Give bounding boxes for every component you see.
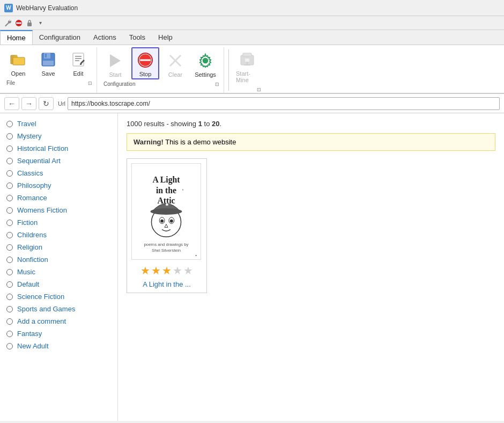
results-total: 1000 results - showing 1 to 20. <box>127 120 221 128</box>
category-link[interactable]: Philosophy <box>17 181 51 189</box>
quick-dropdown-icon[interactable]: ▾ <box>35 18 45 28</box>
category-item[interactable]: Add a comment <box>0 315 117 327</box>
category-item[interactable]: Sequential Art <box>0 155 117 167</box>
book-cover: A Light in the ° Attic <box>131 163 201 260</box>
star-1: ★ <box>140 264 150 277</box>
category-item[interactable]: Fantasy <box>0 327 117 340</box>
category-link[interactable]: Fantasy <box>17 330 42 338</box>
category-bullet <box>6 294 13 300</box>
forward-button[interactable]: → <box>21 97 36 110</box>
address-bar: ← → ↻ Url <box>0 94 504 113</box>
category-link[interactable]: Mystery <box>17 132 42 140</box>
category-item[interactable]: Philosophy <box>0 179 117 192</box>
category-link[interactable]: Historical Fiction <box>17 144 68 152</box>
stop-button[interactable]: Stop <box>131 47 159 79</box>
category-item[interactable]: Childrens <box>0 229 117 241</box>
quick-wrench-icon[interactable] <box>3 18 13 28</box>
menu-help[interactable]: Help <box>152 30 179 45</box>
category-bullet <box>6 306 13 312</box>
category-link[interactable]: Sequential Art <box>17 157 61 165</box>
category-link[interactable]: New Adult <box>17 342 49 350</box>
svg-rect-8 <box>43 61 54 65</box>
svg-text:A Light: A Light <box>152 175 180 185</box>
file-group-expand-icon[interactable]: ⊡ <box>88 81 92 86</box>
config-group-label-row: Configuration ⊡ <box>101 81 219 87</box>
category-item[interactable]: Default <box>0 278 117 290</box>
category-link[interactable]: Classics <box>17 169 43 177</box>
category-item[interactable]: Romance <box>0 192 117 204</box>
clear-button[interactable]: Clear <box>161 48 189 79</box>
quick-stop-icon[interactable] <box>14 18 24 28</box>
svg-rect-2 <box>27 23 32 26</box>
category-link[interactable]: Fiction <box>17 218 38 227</box>
category-link[interactable]: Add a comment <box>17 317 66 325</box>
category-item[interactable]: Religion <box>0 241 117 253</box>
category-item[interactable]: Music <box>0 266 117 278</box>
mine-group-label-row: ⊡ <box>233 86 261 93</box>
edit-icon <box>69 50 88 69</box>
category-bullet <box>6 244 13 251</box>
category-link[interactable]: Science Fiction <box>17 293 64 301</box>
category-link[interactable]: Sports and Games <box>17 305 75 313</box>
svg-text:Shel Silverstein: Shel Silverstein <box>152 248 181 253</box>
category-item[interactable]: Historical Fiction <box>0 142 117 155</box>
svg-rect-9 <box>73 53 84 66</box>
category-item[interactable]: Fiction <box>0 216 117 229</box>
left-panel: TravelMysteryHistorical FictionSequentia… <box>0 113 118 421</box>
category-item[interactable]: New Adult <box>0 340 117 352</box>
refresh-button[interactable]: ↻ <box>39 97 54 110</box>
svg-text:★: ★ <box>165 201 169 207</box>
ribbon-mine-group: Start-Mine ⊡ <box>229 47 265 93</box>
start-label: Start <box>109 71 121 78</box>
warning-title: Warning! <box>134 138 164 146</box>
clear-label: Clear <box>168 71 182 78</box>
category-item[interactable]: Science Fiction <box>0 290 117 303</box>
category-link[interactable]: Nonfiction <box>17 256 48 264</box>
category-item[interactable]: Nonfiction <box>0 253 117 266</box>
menu-home[interactable]: Home <box>0 30 33 45</box>
menu-actions[interactable]: Actions <box>87 30 123 45</box>
ribbon-spacer <box>224 47 228 93</box>
category-link[interactable]: Womens Fiction <box>17 206 67 214</box>
category-bullet <box>6 269 13 275</box>
start-icon <box>106 51 125 70</box>
save-button[interactable]: Save <box>34 47 62 78</box>
ribbon-file-buttons: Open Save <box>4 47 92 78</box>
svg-rect-6 <box>44 53 50 59</box>
quick-lock-icon[interactable] <box>25 18 34 28</box>
menu-configuration[interactable]: Configuration <box>33 30 87 45</box>
back-button[interactable]: ← <box>4 97 19 110</box>
category-link[interactable]: Romance <box>17 194 47 202</box>
mine-group-expand-icon[interactable]: ⊡ <box>257 87 261 92</box>
category-bullet <box>6 195 13 201</box>
category-item[interactable]: Womens Fiction <box>0 204 117 216</box>
start-mine-button[interactable]: Start-Mine <box>233 47 261 85</box>
category-item[interactable]: Classics <box>0 167 117 179</box>
open-button[interactable]: Open <box>4 47 32 78</box>
category-link[interactable]: Music <box>17 268 35 276</box>
app-title: WebHarvy Evaluation <box>16 4 78 12</box>
warning-box: Warning! This is a demo website <box>127 133 495 151</box>
category-link[interactable]: Religion <box>17 243 42 251</box>
category-item[interactable]: Sports and Games <box>0 303 117 315</box>
url-input[interactable] <box>68 97 500 110</box>
category-link[interactable]: Travel <box>17 120 36 128</box>
svg-point-35 <box>150 208 182 215</box>
menu-tools[interactable]: Tools <box>123 30 152 45</box>
category-link[interactable]: Childrens <box>17 231 47 239</box>
stop-icon <box>136 50 155 70</box>
edit-button[interactable]: Edit <box>64 47 92 78</box>
book-title-link[interactable]: A Light in the ... <box>143 280 191 288</box>
open-icon <box>9 50 28 69</box>
category-item[interactable]: Mystery <box>0 130 117 142</box>
category-item[interactable]: Travel <box>0 118 117 130</box>
category-bullet <box>6 220 13 226</box>
start-mine-icon <box>238 50 257 69</box>
start-button[interactable]: Start <box>101 48 129 79</box>
svg-text:°: ° <box>182 188 184 193</box>
category-link[interactable]: Default <box>17 280 39 288</box>
settings-button[interactable]: Settings <box>191 48 219 79</box>
config-group-expand-icon[interactable]: ⊡ <box>215 82 219 87</box>
category-bullet <box>6 318 13 325</box>
ribbon-mine-buttons: Start-Mine <box>233 47 261 85</box>
